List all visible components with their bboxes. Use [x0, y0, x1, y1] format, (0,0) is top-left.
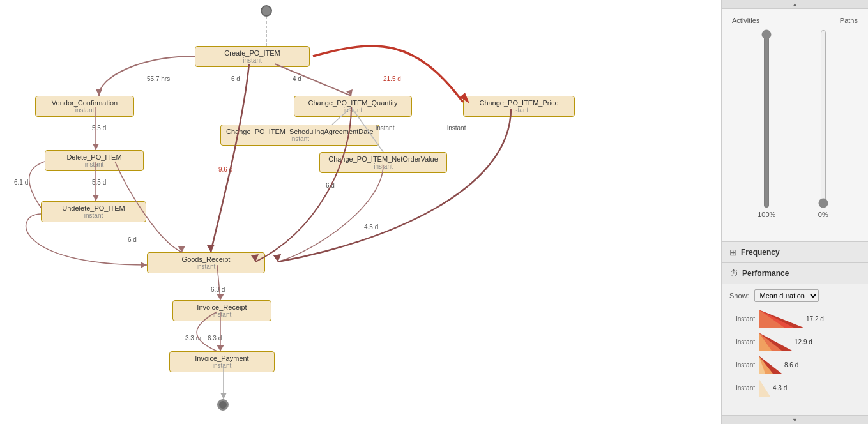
node-delete-po[interactable]: Delete_PO_ITEM instant	[45, 150, 144, 171]
svg-marker-3	[346, 89, 353, 96]
paths-slider[interactable]	[817, 29, 830, 208]
edge-label-215d: 21.5 d	[383, 75, 401, 82]
edge-label-55d-2: 5.5 d	[92, 179, 106, 186]
svg-marker-20	[217, 345, 224, 351]
perf-label-1: instant	[729, 315, 755, 322]
frequency-section[interactable]: ⊞ Frequency	[722, 242, 868, 263]
activities-pct: 100%	[758, 211, 775, 218]
edge-label-6d-1: 6 d	[231, 75, 240, 82]
edge-label-96d: 9.6 d	[218, 166, 232, 173]
perf-bar-container-1: 17.2 d	[759, 310, 860, 328]
performance-section-header[interactable]: ⏱ Performance	[722, 263, 868, 284]
svg-marker-1	[96, 89, 102, 96]
edge-label-55hrs: 55.7 hrs	[147, 75, 170, 82]
svg-marker-11	[178, 246, 185, 252]
perf-value-3: 8.6 d	[784, 361, 798, 368]
svg-line-2	[275, 64, 351, 96]
svg-marker-5	[207, 245, 215, 252]
perf-label-3: instant	[729, 361, 755, 368]
perf-bar-1	[759, 310, 803, 328]
edge-label-63d-1: 6.3 d	[211, 286, 225, 293]
perf-label-4: instant	[729, 384, 755, 391]
right-panel: ▲ Activities Paths 100% 0% ⊞ Frequency ⏱…	[721, 0, 868, 424]
node-invoice-receipt[interactable]: Invoice_Receipt instant	[172, 300, 271, 321]
edge-label-4d: 4 d	[293, 75, 301, 82]
perf-row-4: instant 4.3 d	[729, 379, 860, 397]
node-change-sched[interactable]: Change_PO_ITEM_SchedulingAgreementDate i…	[220, 125, 379, 146]
perf-value-2: 12.9 d	[795, 338, 812, 345]
node-invoice-payment[interactable]: Invoice_Payment instant	[169, 351, 275, 372]
edge-label-55d-1: 5.5 d	[92, 125, 106, 132]
perf-value-4: 4.3 d	[773, 384, 787, 391]
node-create-po[interactable]: Create_PO_ITEM instant	[195, 46, 310, 67]
node-change-price[interactable]: Change_PO_ITEM_Price instant	[463, 96, 575, 117]
perf-bar-container-3: 8.6 d	[759, 356, 860, 374]
show-label: Show:	[729, 292, 749, 299]
edge-label-6d-2: 6 d	[326, 182, 335, 189]
svg-marker-18	[217, 294, 224, 300]
perf-value-1: 17.2 d	[806, 315, 824, 322]
show-select[interactable]: Mean duration	[754, 289, 819, 302]
scroll-up-arrow[interactable]: ▲	[722, 0, 868, 9]
svg-marker-10	[141, 262, 147, 268]
edge-label-61d: 6.1 d	[14, 179, 28, 186]
edge-label-6d-3: 6 d	[128, 236, 137, 243]
frequency-label: Frequency	[741, 248, 780, 257]
perf-label-2: instant	[729, 338, 755, 345]
scroll-down-arrow[interactable]: ▼	[722, 415, 868, 424]
edge-label-instant-1: instant	[376, 125, 394, 132]
paths-label: Paths	[840, 17, 858, 24]
performance-bars: instant 17.2 d instant	[729, 310, 860, 397]
performance-content: Show: Mean duration instant	[722, 284, 868, 415]
perf-row-3: instant 8.6 d	[729, 356, 860, 374]
perf-bar-2	[759, 333, 792, 351]
perf-row-1: instant 17.2 d	[729, 310, 860, 328]
node-change-netorder[interactable]: Change_PO_ITEM_NetOrderValue instant	[319, 152, 447, 173]
node-vendor-conf[interactable]: Vendor_Confirmation instant	[35, 96, 134, 117]
perf-bar-container-4: 4.3 d	[759, 379, 860, 397]
edge-label-45d: 4.5 d	[364, 223, 378, 231]
paths-pct: 0%	[818, 211, 828, 218]
activities-label: Activities	[732, 17, 759, 24]
svg-marker-15	[273, 254, 281, 262]
start-node	[261, 5, 272, 17]
performance-label: Performance	[742, 269, 789, 278]
node-goods-receipt[interactable]: Goods_Receipt instant	[147, 252, 265, 273]
node-undelete-po[interactable]: Undelete_PO_ITEM instant	[41, 201, 146, 222]
edge-label-instant-2: instant	[447, 125, 466, 132]
node-change-qty[interactable]: Change_PO_ITEM_Quantity instant	[294, 96, 412, 117]
svg-marker-7	[93, 144, 99, 150]
edge-label-63d-2: 6.3 d	[208, 335, 222, 342]
edge-label-33m: 3.3 m	[185, 335, 201, 342]
slider-area: Activities Paths 100% 0%	[722, 9, 868, 242]
perf-bar-container-2: 12.9 d	[759, 333, 860, 351]
svg-marker-9	[93, 195, 99, 201]
process-canvas[interactable]: Create_PO_ITEM instant Vendor_Confirmati…	[0, 0, 721, 424]
activities-slider[interactable]	[760, 29, 773, 208]
end-node	[217, 399, 229, 411]
performance-icon: ⏱	[729, 268, 738, 278]
frequency-icon: ⊞	[729, 247, 737, 257]
svg-marker-22	[220, 393, 227, 399]
svg-marker-16	[273, 254, 281, 262]
paths-slider-track: 0%	[802, 29, 846, 234]
perf-row-2: instant 12.9 d	[729, 333, 860, 351]
perf-bar-4	[759, 379, 770, 397]
activities-slider-track: 100%	[745, 29, 789, 234]
perf-bar-3	[759, 356, 782, 374]
